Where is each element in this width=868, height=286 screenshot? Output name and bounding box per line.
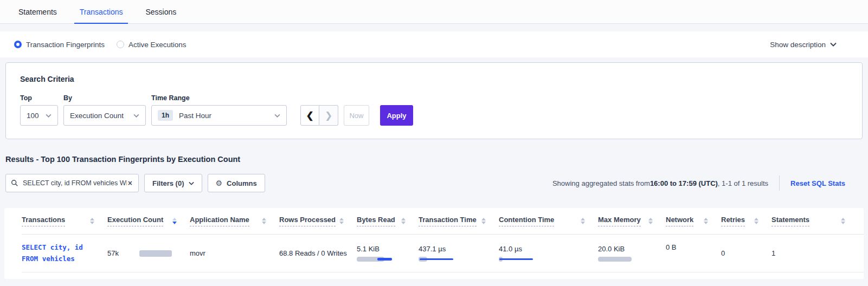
- view-mode-radio-group: Transaction Fingerprints Active Executio…: [14, 41, 187, 49]
- stats-prefix: Showing aggregated stats from: [552, 179, 650, 187]
- table-header-row: Transactions Execution Count Application…: [22, 208, 864, 235]
- column-header-execution-count[interactable]: Execution Count: [107, 216, 190, 226]
- max-memory-bar: [598, 257, 666, 262]
- search-icon: [11, 179, 18, 187]
- stats-time-range: 16:00 to 17:59 (UTC): [650, 179, 718, 187]
- time-range-select[interactable]: 1h Past Hour: [151, 105, 287, 126]
- cell-transaction-time: 437.1 µs: [419, 245, 499, 262]
- now-button[interactable]: Now: [344, 105, 369, 126]
- chevron-down-icon: [133, 114, 139, 118]
- sort-icon: [339, 218, 344, 224]
- search-criteria-panel: Search Criteria Top 100 By Execution Cou…: [5, 62, 863, 139]
- clear-search-icon[interactable]: ×: [127, 179, 133, 187]
- results-table: Transactions Execution Count Application…: [4, 208, 864, 279]
- cell-bytes-read: 5.1 KiB: [357, 245, 419, 262]
- sort-icon: [704, 218, 708, 224]
- time-range-label: Time Range: [151, 94, 287, 102]
- column-header-max-memory[interactable]: Max Memory: [598, 216, 666, 226]
- show-description-label: Show description: [770, 41, 826, 49]
- table-row: SELECT city, id FROM vehicles 57k movr 6…: [22, 235, 864, 272]
- time-nav-arrows: ❮ ❯: [300, 105, 338, 126]
- cell-rows-processed: 68.8 Reads / 0 Writes: [279, 249, 357, 257]
- search-input[interactable]: [23, 179, 127, 187]
- search-criteria-form: Top 100 By Execution Count Time Range 1h…: [20, 94, 848, 126]
- sort-desc-icon: [172, 218, 177, 224]
- results-heading: Results - Top 100 Transaction Fingerprin…: [5, 155, 863, 164]
- sql-search-box: ×: [5, 174, 139, 192]
- chevron-down-icon: [189, 181, 194, 185]
- apply-button[interactable]: Apply: [380, 105, 413, 126]
- top-select-value: 100: [27, 112, 39, 120]
- chevron-right-icon: ❯: [325, 110, 332, 121]
- transaction-fingerprint-link[interactable]: SELECT city, id FROM vehicles: [22, 242, 107, 264]
- by-field: By Execution Count: [63, 94, 146, 126]
- top-select[interactable]: 100: [20, 105, 58, 126]
- cell-transaction: SELECT city, id FROM vehicles: [22, 242, 107, 264]
- filters-label: Filters (0): [152, 179, 184, 187]
- sort-icon: [262, 218, 266, 224]
- execution-count-bar: [139, 250, 172, 257]
- cell-network: 0 B: [666, 235, 721, 251]
- page-tabs: Statements Transactions Sessions: [0, 0, 868, 24]
- tab-statements[interactable]: Statements: [13, 8, 62, 23]
- column-header-bytes-read[interactable]: Bytes Read: [357, 216, 419, 226]
- divider: [779, 176, 780, 191]
- contention-time-bar: [499, 257, 598, 262]
- sort-icon: [581, 218, 585, 224]
- columns-label: Columns: [227, 179, 257, 187]
- aggregated-stats-text: Showing aggregated stats from 16:00 to 1…: [552, 179, 768, 187]
- column-header-transactions[interactable]: Transactions: [22, 216, 107, 226]
- top-label: Top: [20, 94, 58, 102]
- sort-icon: [841, 218, 845, 224]
- transaction-time-bar: [419, 257, 499, 262]
- sort-icon: [648, 218, 653, 224]
- previous-time-button[interactable]: ❮: [300, 105, 319, 126]
- sort-icon: [90, 218, 94, 224]
- chevron-down-icon: [274, 114, 280, 118]
- view-mode-bar: Transaction Fingerprints Active Executio…: [0, 31, 868, 57]
- sort-icon: [401, 218, 406, 224]
- column-header-application-name[interactable]: Application Name: [190, 216, 279, 226]
- by-select[interactable]: Execution Count: [63, 105, 146, 126]
- column-header-retries[interactable]: Retries: [721, 216, 771, 226]
- cell-execution-count: 57k: [107, 249, 190, 257]
- sort-icon: [481, 218, 486, 224]
- next-time-button[interactable]: ❯: [319, 105, 338, 126]
- by-select-value: Execution Count: [70, 112, 124, 120]
- column-header-contention-time[interactable]: Contention Time: [499, 216, 598, 226]
- time-range-field: Time Range 1h Past Hour: [151, 94, 287, 126]
- radio-transaction-fingerprints[interactable]: Transaction Fingerprints: [14, 41, 105, 49]
- cell-max-memory: 20.0 KiB: [598, 245, 666, 262]
- column-header-transaction-time[interactable]: Transaction Time: [419, 216, 499, 226]
- column-header-statements[interactable]: Statements: [771, 216, 858, 226]
- stats-suffix: , 1-1 of 1 results: [718, 179, 768, 187]
- filters-button[interactable]: Filters (0): [144, 174, 202, 192]
- radio-active-executions[interactable]: Active Executions: [117, 41, 187, 49]
- search-criteria-title: Search Criteria: [20, 75, 848, 83]
- sort-icon: [754, 218, 758, 224]
- tab-transactions[interactable]: Transactions: [74, 8, 128, 23]
- chevron-down-icon: [830, 42, 837, 47]
- radio-unselected-icon: [117, 41, 124, 48]
- radio-label: Transaction Fingerprints: [26, 41, 105, 49]
- tab-sessions[interactable]: Sessions: [140, 8, 182, 23]
- gear-icon: ⚙: [216, 179, 223, 187]
- bytes-read-bar: [357, 257, 419, 262]
- results-toolbar: × Filters (0) ⚙ Columns Showing aggregat…: [5, 174, 863, 192]
- cell-retries: 0: [721, 249, 771, 257]
- cell-statements: 1: [771, 249, 858, 257]
- column-header-rows-processed[interactable]: Rows Processed: [279, 216, 357, 226]
- cell-contention-time: 41.0 µs: [499, 245, 598, 262]
- column-header-network[interactable]: Network: [666, 216, 721, 226]
- radio-selected-icon: [14, 41, 22, 48]
- top-field: Top 100: [20, 94, 58, 126]
- time-range-value: Past Hour: [179, 112, 211, 120]
- chevron-down-icon: [46, 114, 52, 118]
- time-range-badge: 1h: [158, 110, 173, 121]
- by-label: By: [63, 94, 146, 102]
- columns-button[interactable]: ⚙ Columns: [208, 174, 265, 192]
- radio-label: Active Executions: [128, 41, 187, 49]
- show-description-toggle[interactable]: Show description: [770, 41, 837, 49]
- cell-application-name: movr: [190, 249, 279, 257]
- reset-sql-stats-link[interactable]: Reset SQL Stats: [790, 179, 845, 187]
